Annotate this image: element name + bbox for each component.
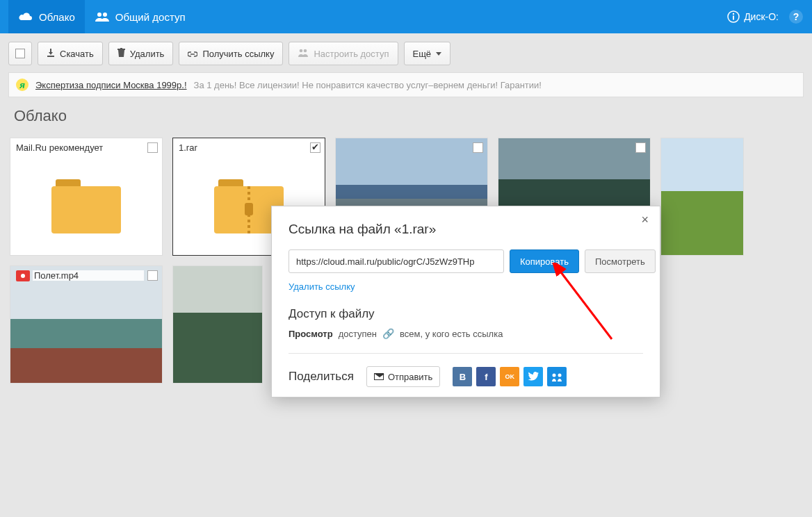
ad-description: За 1 день! Все лицензии! Не понравится к…	[194, 80, 542, 90]
file-thumb	[10, 158, 162, 255]
access-line: Просмотр доступен 🔗 всем, у кого есть сс…	[289, 328, 643, 339]
share-mailru-button[interactable]	[547, 367, 567, 386]
svg-point-9	[553, 374, 556, 377]
download-icon	[47, 49, 55, 59]
trash-icon	[117, 48, 125, 59]
checkbox-empty-icon	[15, 49, 25, 58]
share-link-modal: × Ссылка на файл «1.rar» Копировать Посм…	[271, 206, 660, 397]
get-link-label: Получить ссылку	[202, 49, 274, 59]
view-button[interactable]: Посмотреть	[585, 249, 656, 273]
image-thumb	[10, 266, 162, 383]
file-card-image-4[interactable]	[172, 265, 263, 384]
file-checkbox[interactable]	[635, 142, 646, 153]
more-button[interactable]: Ещё	[404, 42, 451, 65]
file-label: Полет.mp4	[33, 270, 144, 281]
delete-label: Удалить	[130, 49, 165, 59]
nav-tab-shared[interactable]: Общий доступ	[85, 0, 195, 33]
more-label: Ещё	[413, 49, 432, 59]
close-icon: ×	[641, 213, 649, 227]
file-card-folder-recommend[interactable]: Mail.Ru рекомендует	[10, 138, 163, 256]
access-section-title: Доступ к файлу	[289, 307, 643, 321]
breadcrumb-label: Облако	[14, 107, 67, 124]
share-send-button[interactable]: Отправить	[366, 366, 440, 387]
share-ok-button[interactable]: OK	[500, 367, 519, 386]
file-card-video[interactable]: Полет.mp4	[10, 265, 163, 384]
video-badge-icon	[16, 270, 30, 281]
copy-button[interactable]: Копировать	[510, 249, 579, 273]
modal-title: Ссылка на файл «1.rar»	[289, 222, 643, 237]
svg-point-8	[304, 49, 307, 52]
nav-tab-cloud[interactable]: Облако	[8, 0, 85, 33]
share-url-input[interactable]	[289, 249, 504, 273]
ad-link-text: Экспертиза подписи Москва 1999р.!	[35, 80, 187, 90]
envelope-icon	[374, 373, 384, 380]
file-checkbox[interactable]	[147, 142, 158, 153]
toolbar: Скачать Удалить Получить ссылку Настроит…	[0, 33, 812, 72]
info-icon	[727, 10, 740, 23]
share-vk-button[interactable]: B	[453, 367, 472, 386]
svg-point-3	[733, 13, 734, 15]
svg-point-7	[300, 49, 303, 52]
ad-favicon-icon: я	[16, 79, 29, 91]
download-button[interactable]: Скачать	[38, 42, 103, 65]
disko-link[interactable]: Диск-О:	[727, 10, 779, 23]
ad-banner[interactable]: я Экспертиза подписи Москва 1999р.! За 1…	[8, 72, 804, 97]
top-nav: Облако Общий доступ Диск-О: ?	[0, 0, 812, 33]
delete-link[interactable]: Удалить ссылку	[289, 281, 355, 292]
cloud-icon	[18, 11, 33, 22]
configure-access-button[interactable]: Настроить доступ	[289, 42, 398, 65]
nav-tabs: Облако Общий доступ	[8, 0, 195, 33]
share-facebook-button[interactable]: f	[476, 367, 496, 386]
access-scope: всем, у кого есть ссылка	[400, 329, 503, 339]
top-nav-right: Диск-О: ?	[727, 9, 804, 24]
share-twitter-button[interactable]	[523, 367, 543, 386]
file-label: Mail.Ru рекомендует	[16, 142, 144, 153]
url-row: Копировать Посмотреть	[289, 249, 643, 273]
file-label: 1.rar	[179, 142, 307, 153]
social-buttons: B f OK	[453, 367, 567, 386]
access-state: доступен	[339, 329, 377, 339]
svg-point-10	[558, 374, 562, 377]
file-checkbox[interactable]	[310, 142, 320, 153]
configure-access-label: Настроить доступ	[314, 49, 389, 59]
svg-point-1	[103, 13, 107, 17]
file-checkbox[interactable]	[473, 142, 483, 153]
link-small-icon: 🔗	[382, 328, 394, 339]
file-card-image-3[interactable]	[660, 138, 744, 256]
share-row: Поделиться Отправить B f OK	[289, 353, 643, 390]
select-all-checkbox[interactable]	[8, 42, 32, 65]
folder-icon	[51, 179, 121, 233]
share-send-label: Отправить	[388, 372, 432, 382]
file-checkbox[interactable]	[147, 270, 158, 281]
delete-button[interactable]: Удалить	[108, 42, 174, 65]
modal-close-button[interactable]: ×	[637, 212, 653, 228]
image-thumb	[173, 266, 262, 383]
group-small-icon	[298, 49, 309, 59]
group-icon	[95, 11, 110, 22]
svg-rect-4	[733, 16, 734, 20]
link-icon	[188, 49, 197, 59]
nav-tab-cloud-label: Облако	[39, 11, 75, 23]
caret-down-icon	[436, 52, 441, 56]
disko-label: Диск-О:	[744, 11, 779, 22]
get-link-button[interactable]: Получить ссылку	[179, 42, 283, 65]
help-icon[interactable]: ?	[788, 9, 804, 24]
image-thumb	[661, 138, 743, 255]
svg-point-0	[97, 13, 102, 17]
access-mode: Просмотр	[289, 329, 333, 339]
nav-tab-shared-label: Общий доступ	[115, 11, 186, 23]
download-label: Скачать	[60, 49, 94, 59]
share-title: Поделиться	[289, 370, 354, 384]
breadcrumb: Облако	[0, 97, 812, 138]
svg-text:?: ?	[793, 11, 799, 22]
